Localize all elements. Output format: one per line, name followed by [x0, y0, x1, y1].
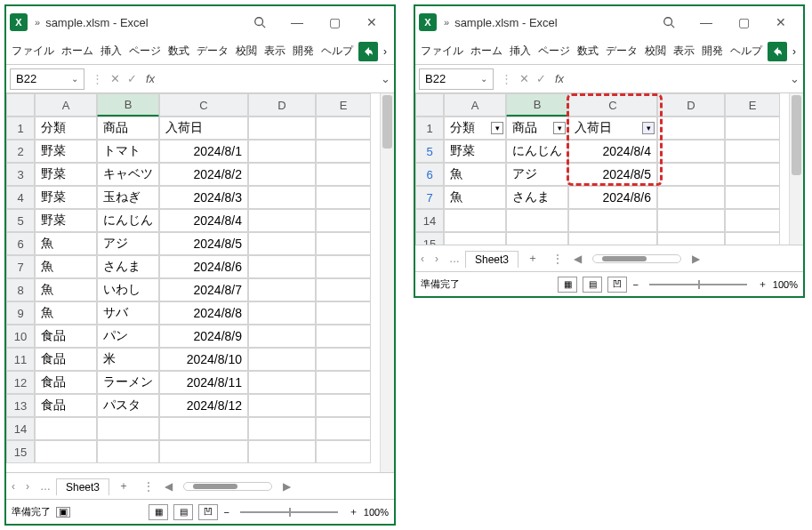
select-all-corner[interactable] — [415, 93, 444, 116]
cell[interactable]: 野菜 — [35, 163, 97, 186]
row-header[interactable]: 15 — [6, 440, 35, 463]
ribbon-tab-file[interactable]: ファイル — [8, 44, 58, 59]
name-box[interactable]: B22 ⌄ — [419, 68, 494, 90]
cell[interactable]: 2024/8/11 — [159, 371, 248, 394]
cell[interactable] — [248, 440, 316, 463]
name-box[interactable]: B22 ⌄ — [10, 68, 84, 90]
sheet-nav-prev[interactable]: ‹ — [415, 253, 430, 265]
row-header[interactable]: 12 — [6, 371, 35, 394]
cell[interactable]: トマト — [97, 140, 159, 163]
header-cell[interactable]: 分類▾ — [444, 116, 506, 140]
cell[interactable]: さんま — [506, 186, 568, 209]
view-pagelayout-icon[interactable]: ▤ — [173, 504, 193, 520]
cell[interactable] — [725, 116, 780, 140]
cell[interactable]: 2024/8/1 — [159, 140, 248, 163]
column-header[interactable]: C — [568, 93, 657, 116]
view-normal-icon[interactable]: ▦ — [149, 504, 168, 520]
ribbon-tab-dev[interactable]: 開発 — [289, 44, 318, 59]
zoom-out-button[interactable]: − — [632, 279, 638, 290]
cell[interactable]: 野菜 — [35, 209, 97, 232]
row-header[interactable]: 5 — [6, 209, 35, 232]
column-header[interactable]: E — [316, 93, 371, 116]
cell[interactable] — [97, 440, 159, 463]
cell[interactable] — [248, 301, 316, 325]
ribbon-tab-data[interactable]: データ — [193, 44, 232, 59]
row-header[interactable]: 14 — [415, 209, 444, 232]
cell[interactable]: パスタ — [97, 394, 159, 417]
cell[interactable] — [159, 440, 248, 463]
cell[interactable] — [316, 232, 371, 255]
search-icon[interactable] — [650, 10, 687, 35]
cell[interactable] — [35, 440, 97, 463]
cell[interactable] — [316, 255, 371, 278]
cell[interactable]: さんま — [97, 255, 159, 278]
fx-enter-icon[interactable]: ✓ — [533, 72, 550, 85]
cell[interactable] — [444, 232, 506, 245]
cell[interactable] — [316, 440, 371, 463]
zoom-level[interactable]: 100% — [364, 507, 389, 518]
column-header[interactable]: B — [506, 93, 568, 116]
row-header[interactable]: 1 — [415, 116, 444, 140]
ribbon-overflow-chevron-icon[interactable]: › — [789, 45, 800, 58]
cell[interactable] — [657, 140, 725, 163]
cell[interactable] — [248, 325, 316, 348]
sheet-tab[interactable]: Sheet3 — [465, 251, 519, 268]
row-header[interactable]: 5 — [415, 140, 444, 163]
formula-input[interactable] — [160, 68, 376, 90]
sheet-nav-next[interactable]: › — [20, 480, 35, 493]
cell[interactable]: 食品 — [35, 394, 97, 417]
cell[interactable]: 食品 — [35, 371, 97, 394]
cell[interactable] — [316, 163, 371, 186]
cell[interactable] — [725, 232, 780, 245]
zoom-level[interactable]: 100% — [773, 279, 798, 290]
formula-expand-icon[interactable]: ⌄ — [376, 72, 394, 85]
ribbon-tab-page[interactable]: ページ — [535, 44, 574, 59]
ribbon-tab-dev[interactable]: 開発 — [698, 44, 727, 59]
filter-active-icon[interactable]: ▾ — [642, 122, 655, 134]
zoom-in-button[interactable]: ＋ — [349, 505, 358, 518]
column-header[interactable]: E — [725, 93, 780, 116]
row-header[interactable]: 9 — [6, 301, 35, 325]
sheet-nav-next[interactable]: › — [430, 253, 444, 265]
macro-record-icon[interactable]: ▣ — [56, 507, 70, 518]
sheet-add-button[interactable]: ＋ — [519, 251, 547, 266]
view-pagelayout-icon[interactable]: ▤ — [583, 277, 602, 293]
view-pagebreak-icon[interactable]: 凹 — [607, 277, 627, 293]
view-pagebreak-icon[interactable]: 凹 — [198, 504, 218, 520]
cell[interactable] — [657, 163, 725, 186]
ribbon-tab-home[interactable]: ホーム — [58, 44, 97, 59]
cell[interactable] — [657, 116, 725, 140]
cell[interactable]: アジ — [506, 163, 568, 186]
row-header[interactable]: 4 — [6, 186, 35, 209]
cell[interactable] — [725, 163, 780, 186]
cell[interactable] — [316, 140, 371, 163]
header-cell[interactable]: 分類 — [35, 116, 97, 140]
fx-enter-icon[interactable]: ✓ — [124, 72, 141, 85]
ribbon-tab-help[interactable]: ヘルプ — [318, 44, 357, 59]
ribbon-tab-formula[interactable]: 数式 — [165, 44, 193, 59]
cell[interactable]: 食品 — [35, 348, 97, 371]
name-box-caret-icon[interactable]: ⌄ — [71, 74, 78, 84]
cell[interactable] — [657, 209, 725, 232]
cell[interactable]: サバ — [97, 301, 159, 325]
cell[interactable] — [316, 301, 371, 325]
ribbon-tab-insert[interactable]: 挿入 — [97, 44, 125, 59]
cell[interactable]: 2024/8/6 — [159, 255, 248, 278]
column-header[interactable]: D — [657, 93, 725, 116]
cell[interactable]: 魚 — [444, 163, 506, 186]
header-cell[interactable]: 商品 — [97, 116, 159, 140]
cell[interactable] — [316, 116, 371, 140]
cell[interactable] — [248, 394, 316, 417]
cell[interactable] — [35, 417, 97, 440]
horizontal-scrollbar[interactable] — [183, 482, 272, 491]
fx-label[interactable]: fx — [141, 72, 160, 85]
column-header[interactable]: B — [97, 93, 159, 116]
cell[interactable]: 野菜 — [35, 140, 97, 163]
cell[interactable]: 2024/8/4 — [568, 140, 657, 163]
header-cell[interactable]: 入荷日▾ — [568, 116, 657, 140]
cell[interactable] — [316, 278, 371, 301]
formula-expand-icon[interactable]: ⌄ — [785, 72, 803, 85]
cell[interactable] — [316, 417, 371, 440]
ribbon-tab-review[interactable]: 校閲 — [232, 44, 261, 59]
row-header[interactable]: 7 — [6, 255, 35, 278]
